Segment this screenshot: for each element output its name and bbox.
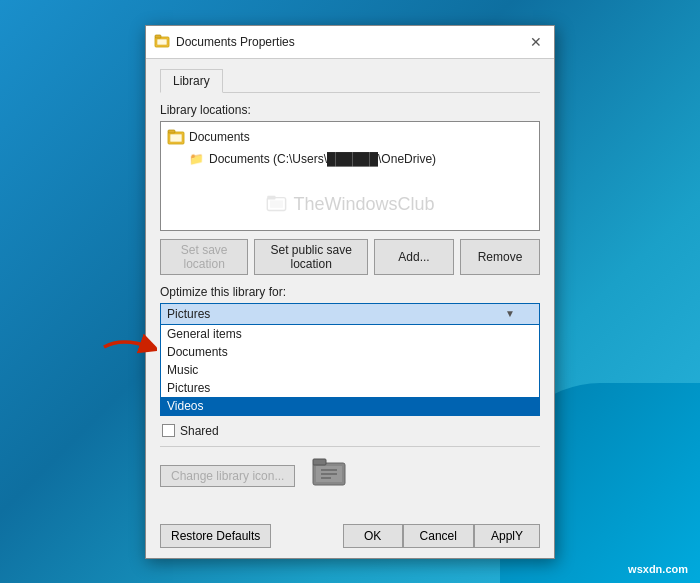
restore-defaults-button[interactable]: Restore Defaults — [160, 524, 271, 548]
set-save-location-button[interactable]: Set save location — [160, 239, 248, 275]
location-button-row: Set save location Set public save locati… — [160, 239, 540, 275]
dropdown-selected-value: Pictures — [167, 307, 210, 321]
shared-checkbox[interactable] — [162, 424, 175, 437]
dropdown-option[interactable]: Music — [161, 361, 539, 379]
svg-rect-8 — [270, 200, 283, 207]
ok-button[interactable]: OK — [343, 524, 403, 548]
dropdown-option[interactable]: Pictures — [161, 379, 539, 397]
dropdown-option[interactable]: General items — [161, 325, 539, 343]
svg-rect-5 — [170, 134, 182, 142]
close-button[interactable]: ✕ — [526, 32, 546, 52]
divider — [160, 446, 540, 447]
remove-button[interactable]: Remove — [460, 239, 540, 275]
dialog-body: Library Library locations: Documents 📁 D… — [146, 59, 554, 516]
tab-library[interactable]: Library — [160, 69, 223, 93]
dialog-title: Documents Properties — [176, 35, 295, 49]
dropdown-option-videos[interactable]: Videos — [161, 397, 539, 415]
cancel-button[interactable]: Cancel — [403, 524, 474, 548]
dropdown-option[interactable]: Documents — [161, 343, 539, 361]
apply-button[interactable]: ApplY — [474, 524, 540, 548]
watermark-logo-icon — [265, 194, 287, 216]
svg-rect-4 — [168, 130, 175, 133]
optimize-dropdown-wrapper: Pictures ▼ General items Documents Music… — [160, 303, 540, 416]
svg-rect-1 — [157, 39, 167, 45]
location-name: Documents (C:\Users\██████\OneDrive) — [209, 152, 436, 166]
list-item: 📁 Documents (C:\Users\██████\OneDrive) — [185, 148, 535, 170]
chevron-down-icon: ▼ — [505, 308, 515, 319]
library-icon-preview — [311, 455, 347, 498]
watermark: TheWindowsClub — [265, 194, 434, 216]
list-item: Documents — [165, 126, 535, 148]
shared-label: Shared — [180, 424, 219, 438]
svg-rect-11 — [313, 459, 326, 465]
dialog-icon — [154, 34, 170, 50]
change-library-icon-button[interactable]: Change library icon... — [160, 465, 295, 487]
title-bar: Documents Properties ✕ — [146, 26, 554, 59]
red-arrow-indicator — [102, 333, 157, 364]
set-public-save-location-button[interactable]: Set public save location — [254, 239, 368, 275]
location-name: Documents — [189, 130, 250, 144]
tab-bar: Library — [160, 69, 540, 93]
wsxdn-watermark: wsxdn.com — [628, 563, 688, 575]
locations-box: Documents 📁 Documents (C:\Users\██████\O… — [160, 121, 540, 231]
add-button[interactable]: Add... — [374, 239, 454, 275]
optimize-label: Optimize this library for: — [160, 285, 540, 299]
change-icon-row: Change library icon... — [160, 455, 540, 498]
shared-row: Shared — [160, 424, 540, 438]
documents-properties-dialog: Documents Properties ✕ Library Library l… — [145, 25, 555, 559]
optimize-dropdown[interactable]: Pictures ▼ — [160, 303, 540, 325]
svg-rect-2 — [155, 35, 161, 38]
library-icon — [167, 128, 185, 146]
folder-icon: 📁 — [187, 150, 205, 168]
library-icon — [154, 34, 170, 50]
watermark-text: TheWindowsClub — [293, 194, 434, 215]
library-locations-label: Library locations: — [160, 103, 540, 117]
svg-rect-7 — [267, 195, 275, 199]
dropdown-options-list: General items Documents Music Pictures V… — [160, 325, 540, 416]
bottom-action-row: Restore Defaults OK Cancel ApplY — [146, 516, 554, 558]
